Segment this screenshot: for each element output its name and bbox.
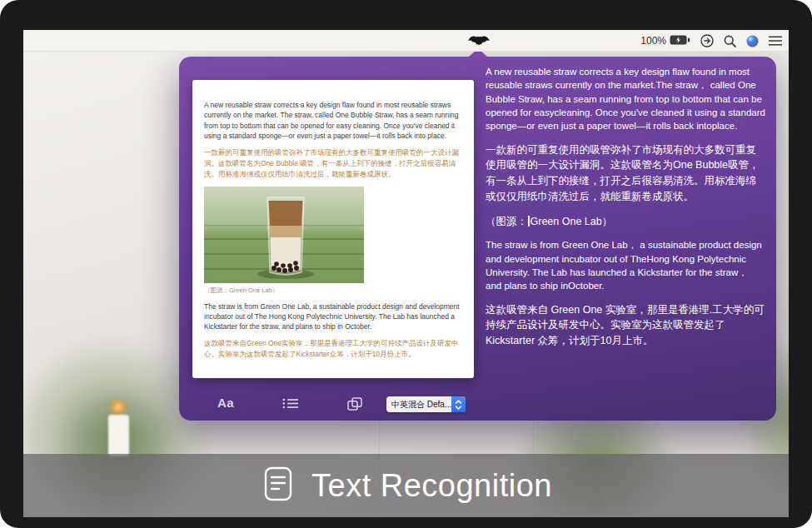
globe-icon[interactable] (746, 35, 759, 47)
bat-icon[interactable] (468, 35, 490, 47)
circled-arrow-icon[interactable] (700, 34, 714, 47)
doc-paragraph-zh-2: 这款吸管来自Green One实验室，那里是香港理工大学的可持续产品设计及研发中… (204, 338, 462, 360)
result-caption-line: （图源：Green One Lab） (486, 214, 765, 230)
search-icon[interactable] (724, 35, 736, 47)
recognized-text-editor[interactable]: A new reusable straw corrects a key desi… (486, 65, 765, 371)
captured-screenshot: A new reusable straw corrects a key desi… (192, 80, 474, 378)
desktop-background: A new reusable straw corrects a key desi… (23, 52, 789, 517)
language-mode-dropdown[interactable]: 中英混合 Defa... (386, 396, 466, 412)
status-items: 100% (640, 30, 782, 52)
popover-toolbar: Aa (179, 393, 776, 415)
translate-button[interactable] (347, 397, 362, 412)
candle (108, 415, 129, 456)
screen: 100% (23, 30, 789, 517)
doc-paragraph-en-2: The straw is from Green One Lab, a susta… (204, 301, 462, 332)
doc-image-caption: （图源：Green One Lab） (204, 286, 462, 295)
list-view-button[interactable] (282, 398, 298, 411)
ocr-popover: A new reusable straw corrects a key desi… (179, 57, 776, 421)
menu-bar: 100% (23, 30, 789, 52)
caption-suffix: Green One Lab） (531, 216, 613, 227)
battery-percent-label: 100% (640, 35, 666, 47)
dropdown-chevrons-icon (451, 396, 466, 412)
caption-prefix: （图源： (486, 216, 527, 227)
device-frame: 100% (0, 0, 812, 528)
battery-icon (670, 33, 690, 48)
popover-arrow (469, 52, 487, 57)
text-style-button[interactable]: Aa (217, 396, 234, 409)
text-cursor (528, 216, 530, 227)
result-paragraph-en-2: The straw is from Green One Lab， a susta… (486, 238, 765, 292)
doc-paragraph-zh-1: 一款新的可重复使用的吸管弥补了市场现有的大多数可重复使用吸管的一大设计漏洞。这款… (204, 147, 462, 179)
list-icon[interactable] (769, 36, 782, 46)
caption-band: Text Recognition (23, 454, 789, 517)
doc-paragraph-en-1: A new reusable straw corrects a key desi… (204, 100, 462, 141)
text-style-label: Aa (217, 396, 234, 410)
result-paragraph-zh-1: 一款新的可重复使用的吸管弥补了市场现有的大多数可重复使用吸管的一大设计漏洞。这款… (486, 142, 765, 205)
bubble-tea-photo (204, 187, 364, 283)
battery-status-item[interactable]: 100% (640, 33, 690, 48)
text-recognition-icon (260, 465, 296, 506)
language-mode-value: 中英混合 Defa... (386, 399, 451, 411)
caption-title: Text Recognition (311, 468, 552, 504)
result-paragraph-en-1: A new reusable straw corrects a key desi… (486, 65, 765, 133)
result-paragraph-zh-2: 这款吸管来自 Green One 实验室，那里是香港理.工大学的可持续产品设计及… (486, 302, 765, 349)
